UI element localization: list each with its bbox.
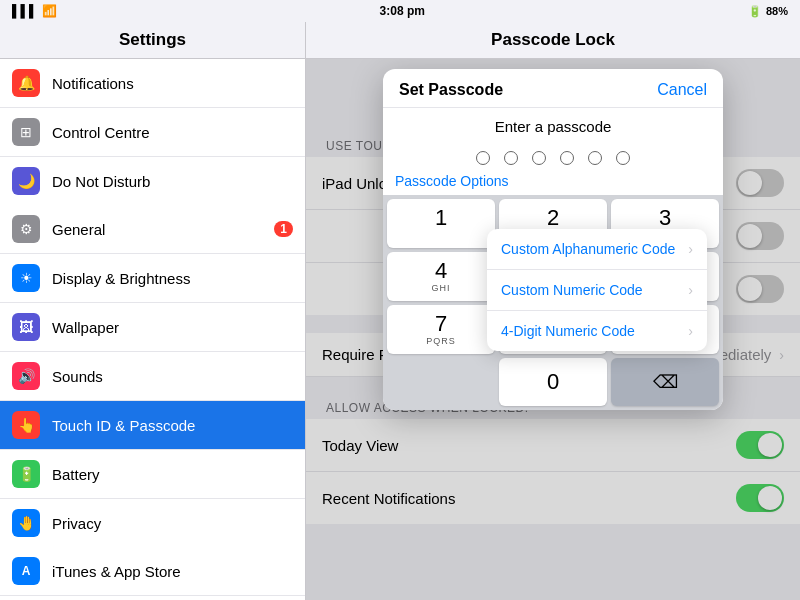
main-layout: Settings 🔔 Notifications ⊞ Control Centr… (0, 22, 800, 600)
general-badge: 1 (274, 221, 293, 237)
passcode-dot-1 (476, 151, 490, 165)
key-0[interactable]: 0 (499, 358, 607, 406)
set-passcode-button[interactable]: Set Passcode (399, 81, 503, 99)
passcode-dot-5 (588, 151, 602, 165)
right-content: USE TOUCH ID FOR: iPad Unlock Require (306, 59, 800, 600)
sidebar-item-control-centre[interactable]: ⊞ Control Centre (0, 108, 305, 157)
4-digit-chevron: › (688, 323, 693, 339)
dropdown-4-digit[interactable]: 4-Digit Numeric Code › (487, 311, 707, 351)
passcode-dialog: Set Passcode Cancel Enter a passcode (383, 69, 723, 410)
sidebar-group-3: A iTunes & App Store 💳 Wallet & Apple Pa… (0, 547, 305, 600)
passcode-options-button[interactable]: Passcode Options (395, 173, 509, 189)
passcode-options-container: Passcode Options Custom Alphanumeric Cod… (383, 169, 723, 195)
signal-icon: ▌▌▌ (12, 4, 38, 18)
sounds-label: Sounds (52, 368, 293, 385)
passcode-options-row: Passcode Options Custom Alphanumeric Cod… (383, 169, 723, 195)
enter-passcode-label: Enter a passcode (383, 108, 723, 143)
general-label: General (52, 221, 274, 238)
sidebar-item-wallpaper[interactable]: 🖼 Wallpaper (0, 303, 305, 352)
status-left: ▌▌▌ 📶 (12, 4, 57, 18)
sidebar-item-battery[interactable]: 🔋 Battery (0, 450, 305, 499)
touch-id-icon: 👆 (12, 411, 40, 439)
sidebar-item-display-brightness[interactable]: ☀ Display & Brightness (0, 254, 305, 303)
sidebar-item-wallet[interactable]: 💳 Wallet & Apple Pay (0, 596, 305, 600)
sidebar: Settings 🔔 Notifications ⊞ Control Centr… (0, 22, 306, 600)
general-icon: ⚙ (12, 215, 40, 243)
right-panel-title: Passcode Lock (306, 22, 800, 59)
battery-label: Battery (52, 466, 293, 483)
right-panel: Passcode Lock USE TOUCH ID FOR: iPad Unl… (306, 22, 800, 600)
key-empty (387, 358, 495, 406)
cancel-button[interactable]: Cancel (657, 81, 707, 99)
passcode-dots (383, 143, 723, 169)
passcode-dot-6 (616, 151, 630, 165)
wallpaper-icon: 🖼 (12, 313, 40, 341)
passcode-dot-3 (532, 151, 546, 165)
notifications-label: Notifications (52, 75, 293, 92)
sidebar-item-itunes[interactable]: A iTunes & App Store (0, 547, 305, 596)
custom-numeric-label: Custom Numeric Code (501, 282, 643, 298)
battery-percent: 88% (766, 5, 788, 17)
delete-icon: ⌫ (653, 371, 678, 393)
control-centre-label: Control Centre (52, 124, 293, 141)
sidebar-item-notifications[interactable]: 🔔 Notifications (0, 59, 305, 108)
notifications-icon: 🔔 (12, 69, 40, 97)
control-centre-icon: ⊞ (12, 118, 40, 146)
wifi-icon: 📶 (42, 4, 57, 18)
battery-icon: 🔋 (748, 5, 762, 18)
do-not-disturb-icon: 🌙 (12, 167, 40, 195)
4-digit-label: 4-Digit Numeric Code (501, 323, 635, 339)
touch-id-label: Touch ID & Passcode (52, 417, 293, 434)
battery-icon-nav: 🔋 (12, 460, 40, 488)
dropdown-custom-alphanumeric[interactable]: Custom Alphanumeric Code › (487, 229, 707, 270)
dropdown-custom-numeric[interactable]: Custom Numeric Code › (487, 270, 707, 311)
sidebar-title: Settings (0, 22, 305, 59)
sounds-icon: 🔊 (12, 362, 40, 390)
sidebar-group-2: ⚙ General 1 ☀ Display & Brightness 🖼 Wal… (0, 205, 305, 547)
sidebar-item-privacy[interactable]: 🤚 Privacy (0, 499, 305, 547)
passcode-overlay: Set Passcode Cancel Enter a passcode (306, 59, 800, 600)
custom-alphanumeric-label: Custom Alphanumeric Code (501, 241, 675, 257)
sidebar-item-sounds[interactable]: 🔊 Sounds (0, 352, 305, 401)
key-delete[interactable]: ⌫ (611, 358, 719, 406)
sidebar-group-1: 🔔 Notifications ⊞ Control Centre 🌙 Do No… (0, 59, 305, 205)
status-bar: ▌▌▌ 📶 3:08 pm 🔋 88% (0, 0, 800, 22)
custom-numeric-chevron: › (688, 282, 693, 298)
key-7[interactable]: 7 PQRS (387, 305, 495, 354)
privacy-label: Privacy (52, 515, 293, 532)
do-not-disturb-label: Do Not Disturb (52, 173, 293, 190)
wallpaper-label: Wallpaper (52, 319, 293, 336)
status-time: 3:08 pm (380, 4, 425, 18)
sidebar-item-general[interactable]: ⚙ General 1 (0, 205, 305, 254)
privacy-icon: 🤚 (12, 509, 40, 537)
passcode-dropdown: Custom Alphanumeric Code › Custom Numeri… (487, 229, 707, 351)
itunes-icon: A (12, 557, 40, 585)
key-1[interactable]: 1 (387, 199, 495, 248)
keypad-row-4: 0 ⌫ (387, 358, 719, 406)
display-brightness-icon: ☀ (12, 264, 40, 292)
sidebar-item-touch-id-passcode[interactable]: 👆 Touch ID & Passcode (0, 401, 305, 450)
passcode-dot-2 (504, 151, 518, 165)
display-brightness-label: Display & Brightness (52, 270, 293, 287)
passcode-dot-4 (560, 151, 574, 165)
sidebar-item-do-not-disturb[interactable]: 🌙 Do Not Disturb (0, 157, 305, 205)
custom-alphanumeric-chevron: › (688, 241, 693, 257)
key-4[interactable]: 4 GHI (387, 252, 495, 301)
dialog-header: Set Passcode Cancel (383, 69, 723, 108)
itunes-label: iTunes & App Store (52, 563, 293, 580)
status-right: 🔋 88% (748, 5, 788, 18)
